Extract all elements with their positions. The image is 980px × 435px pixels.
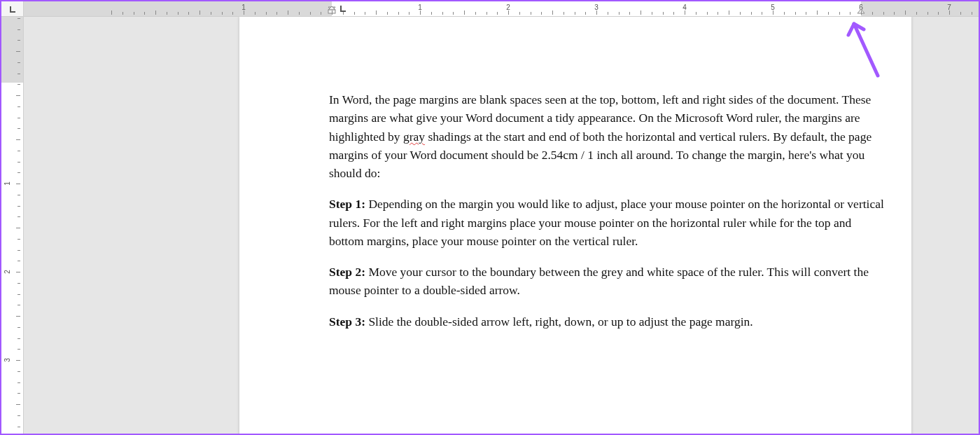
vruler-tick (18, 239, 20, 240)
hruler-tick (486, 12, 487, 15)
vruler-tick (16, 139, 20, 140)
vruler-tick (18, 261, 20, 261)
hruler-tick (343, 12, 344, 15)
hruler-tick (255, 12, 255, 15)
hruler-tick (850, 12, 850, 15)
vruler-tick (18, 349, 20, 350)
hruler-tick (464, 11, 465, 15)
hruler-tick (685, 11, 685, 15)
hruler-tick (564, 12, 564, 15)
hruler-tick (232, 12, 233, 15)
hruler-tick (541, 12, 542, 15)
hruler-tick (949, 11, 950, 15)
hruler-tick (134, 12, 134, 15)
vruler-tick (18, 84, 20, 85)
hruler-tick (144, 12, 145, 15)
hruler-tick (673, 12, 674, 15)
hruler-tick (795, 12, 796, 15)
hruler-tick (828, 12, 829, 15)
vruler-tick (16, 272, 20, 272)
hruler-tick (299, 12, 300, 15)
horizontal-ruler[interactable]: 1 1 2 3 4 5 6 7 (24, 1, 979, 17)
paragraph-text: Move your cursor to the boundary between… (329, 265, 869, 297)
vruler-tick (18, 371, 20, 372)
vruler-tick (18, 18, 20, 19)
hruler-tick (178, 12, 178, 15)
hruler-tick (453, 12, 454, 15)
hruler-tick (475, 12, 476, 15)
vruler-tick (16, 404, 20, 405)
hruler-tick (740, 12, 741, 15)
hruler-tick (266, 12, 267, 15)
vruler-tick (18, 206, 20, 207)
page-body-text[interactable]: In Word, the page margins are blank spac… (329, 90, 889, 343)
vruler-tick (18, 305, 20, 305)
hruler-tick (310, 12, 311, 15)
vruler-number: 2 (4, 270, 11, 274)
vruler-number: 1 (4, 181, 11, 186)
paragraph-text: Depending on the margin you would like t… (329, 197, 884, 248)
hruler-tick (718, 12, 718, 15)
hruler-tick (596, 11, 597, 15)
vruler-tick (18, 327, 20, 328)
hruler-tick (729, 11, 729, 15)
hruler-tick (431, 12, 432, 15)
hruler-tick (276, 12, 277, 15)
hruler-tick (211, 12, 211, 15)
hruler-tick (861, 11, 862, 15)
hruler-tick (497, 12, 498, 15)
left-tab-icon (8, 5, 17, 13)
hruler-tick (398, 12, 399, 15)
vruler-tick (16, 51, 20, 52)
spellcheck-squiggle-word[interactable]: gray (403, 130, 425, 144)
hruler-tick (222, 12, 223, 15)
hruler-tick (365, 12, 365, 15)
vruler-white-zone (1, 83, 23, 434)
vruler-tick (16, 360, 20, 361)
hruler-tick (817, 11, 818, 15)
hruler-tick (629, 12, 630, 15)
step-label: Step 2: (329, 265, 365, 279)
vruler-tick (18, 62, 20, 63)
hruler-tick (608, 12, 608, 15)
hruler-tick (409, 12, 410, 15)
hruler-tick (519, 12, 520, 15)
vruler-tick (18, 294, 20, 295)
document-page[interactable]: In Word, the page margins are blank spac… (239, 17, 911, 434)
hruler-tick (972, 12, 972, 15)
vruler-tick (16, 95, 20, 96)
vruler-tick (18, 382, 20, 383)
step3-paragraph[interactable]: Step 3: Slide the double-sided arrow lef… (329, 312, 889, 331)
vruler-tick (18, 40, 20, 41)
hruler-tick (751, 12, 752, 15)
step-label: Step 1: (329, 197, 365, 211)
document-viewport[interactable]: In Word, the page margins are blank spac… (24, 17, 979, 434)
hruler-tick (420, 11, 421, 15)
hruler-tick (575, 12, 575, 15)
vruler-tick (18, 283, 20, 284)
hruler-tick (244, 11, 244, 15)
hruler-tick (663, 12, 664, 15)
vruler-tick (18, 172, 20, 173)
vruler-tick (18, 216, 20, 217)
hruler-tick (332, 11, 332, 15)
hruler-tick (531, 12, 531, 15)
hruler-tick (762, 12, 762, 15)
step1-paragraph[interactable]: Step 1: Depending on the margin you woul… (329, 195, 889, 250)
hruler-tick (122, 12, 123, 15)
vertical-ruler[interactable]: 1 2 3 (1, 17, 24, 434)
vruler-tick (16, 316, 20, 317)
hruler-tick (619, 12, 620, 15)
hruler-tick (111, 11, 112, 15)
vruler-tick (18, 415, 20, 416)
step2-paragraph[interactable]: Step 2: Move your cursor to the boundary… (329, 263, 889, 300)
hruler-tick (155, 11, 156, 15)
vruler-tick (16, 184, 20, 184)
vruler-tick (18, 427, 20, 427)
hruler-tick (707, 12, 708, 15)
tab-selector-corner[interactable] (1, 1, 24, 17)
hruler-tick (167, 12, 167, 15)
word-editor-frame: 1 1 2 3 4 5 6 7 1 2 3 (1, 1, 979, 434)
intro-paragraph[interactable]: In Word, the page margins are blank spac… (329, 90, 889, 182)
hruler-tick (321, 12, 321, 15)
